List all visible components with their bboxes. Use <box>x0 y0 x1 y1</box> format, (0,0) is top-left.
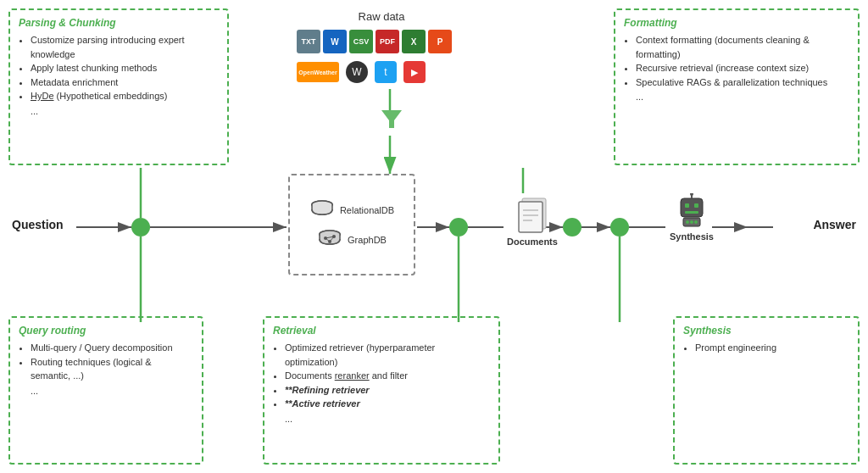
svg-rect-30 <box>519 202 542 232</box>
documents-label: Documents <box>507 236 558 247</box>
txt-icon: TXT <box>297 30 320 53</box>
relationaldb-item: RelationalDB <box>309 198 394 223</box>
svg-point-43 <box>694 220 698 224</box>
svg-marker-18 <box>381 110 402 128</box>
parsing-title: Parsing & Chunking <box>19 17 219 29</box>
svg-rect-35 <box>685 203 689 208</box>
synthesis-item-1: Prompt engineering <box>695 341 849 355</box>
pdf-icon: PDF <box>376 30 399 53</box>
formatting-title: Formatting <box>624 17 849 29</box>
funnel-icon <box>379 106 404 134</box>
database-box: RelationalDB GraphDB <box>288 174 415 275</box>
parsing-item-4: HyDe (Hypothetical embeddings) <box>31 89 219 103</box>
relationaldb-label: RelationalDB <box>340 205 394 215</box>
query-item-1: Multi-query / Query decomposition <box>31 341 193 355</box>
relationaldb-icon <box>309 198 335 223</box>
synthesis-list: Prompt engineering <box>683 341 849 355</box>
parsing-item-1: Customize parsing introducing expert kno… <box>31 33 219 61</box>
circle-after-docs <box>563 218 581 236</box>
robot-icon <box>674 193 709 229</box>
synthesis-box: Synthesis Prompt engineering <box>673 316 860 465</box>
question-label: Question <box>12 218 64 231</box>
retrieval-item-4: **Active retriever <box>285 397 490 411</box>
retrieval-item-3: **Refining retriever <box>285 383 490 398</box>
retrieval-ellipsis: ... <box>285 414 490 424</box>
synthesis-area: Synthesis <box>670 193 714 242</box>
file-icons-area: TXT W CSV PDF X P <box>297 30 466 53</box>
formatting-list: Context formatting (documents cleaning &… <box>624 33 849 89</box>
svg-rect-36 <box>694 203 698 208</box>
query-routing-title: Query routing <box>19 325 193 337</box>
graphdb-icon <box>317 227 342 253</box>
retrieval-box: Retrieval Optimized retriever (hyperpara… <box>263 316 500 465</box>
query-routing-list: Multi-query / Query decomposition Routin… <box>19 341 193 383</box>
documents-icon <box>515 193 549 234</box>
hyde-link[interactable]: HyDe <box>31 91 54 101</box>
excel-icon: X <box>402 30 426 53</box>
weather-icon: OpenWeather <box>297 62 339 82</box>
retrieval-title: Retrieval <box>273 325 490 337</box>
circle-after-db <box>449 218 468 236</box>
twitter-icon: t <box>375 61 397 83</box>
retrieval-item-2: Documents reranker and filter <box>285 369 490 383</box>
formatting-item-3: Speculative RAGs & parallelization techn… <box>636 75 849 90</box>
svg-point-42 <box>690 220 693 224</box>
csv-icon: CSV <box>349 30 373 53</box>
retrieval-list: Optimized retriever (hyperparameter opti… <box>273 341 490 411</box>
query-routing-box: Query routing Multi-query / Query decomp… <box>8 316 203 465</box>
graphdb-label: GraphDB <box>348 235 387 245</box>
circle-before-synthesis <box>610 218 629 236</box>
word-icon: W <box>323 30 347 53</box>
parsing-list: Customize parsing introducing expert kno… <box>19 33 219 103</box>
answer-label: Answer <box>813 218 856 231</box>
graphdb-item: GraphDB <box>317 227 387 253</box>
svg-point-39 <box>690 193 693 196</box>
parsing-item-2: Apply latest chunking methods <box>31 61 219 75</box>
svg-rect-34 <box>681 198 703 217</box>
parsing-chunking-box: Parsing & Chunking Customize parsing int… <box>8 8 229 165</box>
diagram-container: Raw data TXT W CSV PDF X P OpenWeather W… <box>0 0 868 473</box>
parsing-ellipsis: ... <box>31 106 219 116</box>
api-icons-area: OpenWeather W t ▶ <box>297 61 466 83</box>
circle-question <box>131 218 150 236</box>
svg-point-41 <box>686 220 689 224</box>
youtube-icon: ▶ <box>403 61 426 83</box>
parsing-item-3: Metadata enrichment <box>31 75 219 90</box>
raw-data-label: Raw data <box>331 10 432 23</box>
formatting-item-2: Recursive retrieval (increase context si… <box>636 61 849 75</box>
ppt-icon: P <box>428 30 452 53</box>
query-item-2: Routing techniques (logical & semantic, … <box>31 355 193 383</box>
svg-rect-37 <box>685 211 698 214</box>
documents-area: Documents <box>507 193 558 247</box>
synthesis-box-title: Synthesis <box>683 325 849 337</box>
reranker-link[interactable]: reranker <box>335 370 370 381</box>
retrieval-item-1: Optimized retriever (hyperparameter opti… <box>285 341 490 369</box>
formatting-ellipsis: ... <box>636 92 849 102</box>
formatting-box: Formatting Context formatting (documents… <box>614 8 860 165</box>
query-ellipsis: ... <box>31 386 193 396</box>
formatting-item-1: Context formatting (documents cleaning &… <box>636 33 849 61</box>
synthesis-label: Synthesis <box>670 231 714 242</box>
wiki-icon: W <box>346 61 368 83</box>
